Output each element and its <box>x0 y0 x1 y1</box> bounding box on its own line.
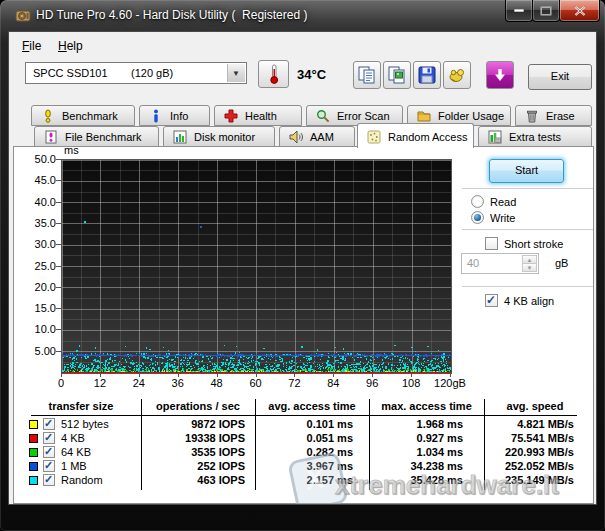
save-button[interactable] <box>413 61 441 89</box>
tab-extra-tests[interactable]: Extra tests <box>478 126 592 147</box>
separator <box>462 188 593 190</box>
y-tick-label: 5.00 <box>16 345 56 357</box>
x-tick-label: 120gB <box>430 377 470 389</box>
x-tick-label: 96 <box>352 377 392 389</box>
y-axis-unit: ms <box>64 144 79 156</box>
thermometer-icon <box>268 64 280 84</box>
max-value: 0.927 ms <box>369 432 463 444</box>
x-tick-label: 60 <box>236 377 276 389</box>
y-tick-label: 35.0 <box>16 217 56 229</box>
minimize-button[interactable] <box>505 0 533 22</box>
ops-value: 252 IOPS <box>141 460 245 472</box>
stroke-unit-label: gB <box>555 257 568 269</box>
erase-trash-icon <box>525 109 539 123</box>
copy-image-button[interactable] <box>383 61 411 89</box>
table-row: 64 KB3535 IOPS0.282 ms1.034 ms220.993 MB… <box>9 446 589 460</box>
tab-random-access[interactable]: Random Access <box>357 123 474 148</box>
series-checkbox[interactable] <box>43 418 55 430</box>
max-value: 1.034 ms <box>369 446 463 458</box>
ops-value: 463 IOPS <box>141 474 245 486</box>
transfer-size-label: Random <box>61 474 103 486</box>
4kb-align-checkbox[interactable] <box>485 294 498 307</box>
aam-speaker-icon <box>289 130 303 144</box>
drive-selector[interactable]: SPCC SSD101 (120 gB) ▼ <box>25 62 247 84</box>
ops-value: 3535 IOPS <box>141 446 245 458</box>
header-avg-access: avg. access time <box>255 400 369 414</box>
speed-value: 4.821 MB/s <box>484 418 574 430</box>
y-tick-label: 30.0 <box>16 238 56 250</box>
spinner-down-icon[interactable]: ▼ <box>522 263 537 272</box>
header-transfer-size: transfer size <box>21 400 141 414</box>
series-checkbox[interactable] <box>43 432 55 444</box>
chevron-down-icon[interactable]: ▼ <box>227 64 245 82</box>
x-tick-label: 72 <box>274 377 314 389</box>
x-tick-label: 12 <box>80 377 120 389</box>
download-button[interactable] <box>486 61 514 89</box>
y-tick-label: 10.0 <box>16 323 56 335</box>
menu-file[interactable]: File <box>17 37 46 55</box>
series-color-swatch <box>29 434 38 443</box>
series-color-swatch <box>29 476 38 485</box>
speed-value: 220.993 MB/s <box>484 446 574 458</box>
start-button[interactable]: Start <box>489 159 564 183</box>
temperature-button[interactable] <box>258 60 289 88</box>
y-tick-label: 20.0 <box>16 281 56 293</box>
copy-image-icon <box>388 66 406 84</box>
header-max-access: max. access time <box>369 400 484 414</box>
app-window: HD Tune Pro 4.60 - Hard Disk Utility ( R… <box>0 0 605 531</box>
drive-name: SPCC SSD101 <box>33 67 108 79</box>
tab-health[interactable]: Health <box>214 105 302 126</box>
temperature-value: 34°C <box>297 67 326 82</box>
transfer-size-label: 1 MB <box>61 460 87 472</box>
x-tick-label: 48 <box>197 377 237 389</box>
disk-monitor-icon <box>173 130 187 144</box>
copy-text-icon <box>358 66 376 84</box>
window-title: HD Tune Pro 4.60 - Hard Disk Utility ( R… <box>36 8 307 22</box>
stroke-size-spinner[interactable]: 40 ▲ ▼ <box>461 253 539 274</box>
file-benchmark-icon <box>44 130 58 144</box>
max-value: 1.968 ms <box>369 418 463 430</box>
stroke-size-value: 40 <box>467 257 479 269</box>
hand-button[interactable] <box>443 61 471 89</box>
table-row: 4 KB19338 IOPS0.051 ms0.927 ms75.541 MB/… <box>9 432 589 446</box>
tab-disk-monitor[interactable]: Disk monitor <box>163 126 275 147</box>
tab-info[interactable]: Info <box>139 105 210 126</box>
y-tick-label: 25.0 <box>16 260 56 272</box>
y-tick-label: 50.0 <box>16 153 56 165</box>
series-color-swatch <box>29 462 38 471</box>
transfer-size-label: 512 bytes <box>61 418 109 430</box>
short-stroke-label: Short stroke <box>504 238 563 250</box>
4kb-align-label: 4 KB align <box>504 295 554 307</box>
write-radio[interactable] <box>471 211 484 224</box>
extra-tests-icon <box>488 130 502 144</box>
series-color-swatch <box>29 420 38 429</box>
close-button[interactable] <box>559 0 600 22</box>
avg-value: 0.101 ms <box>255 418 353 430</box>
app-icon <box>15 8 31 24</box>
hand-icon <box>448 66 466 84</box>
transfer-size-label: 64 KB <box>61 446 91 458</box>
short-stroke-checkbox[interactable] <box>485 237 498 250</box>
titlebar[interactable]: HD Tune Pro 4.60 - Hard Disk Utility ( R… <box>0 0 605 31</box>
watermark-text: xtremehardware.it <box>335 470 559 501</box>
menu-help[interactable]: Help <box>53 37 88 55</box>
copy-text-button[interactable] <box>353 61 381 89</box>
separator <box>462 229 593 231</box>
header-avg-speed: avg. speed <box>484 400 586 414</box>
series-checkbox[interactable] <box>43 460 55 472</box>
x-tick-label: 108 <box>391 377 431 389</box>
tab-aam[interactable]: AAM <box>279 126 355 147</box>
maximize-button[interactable] <box>532 0 560 22</box>
download-arrow-icon <box>493 68 507 82</box>
x-tick-label: 84 <box>313 377 353 389</box>
tab-file-benchmark[interactable]: File Benchmark <box>34 126 159 147</box>
random-access-icon <box>367 130 381 144</box>
tab-benchmark[interactable]: Benchmark <box>31 105 135 126</box>
drive-capacity: (120 gB) <box>131 67 173 79</box>
series-checkbox[interactable] <box>43 446 55 458</box>
exit-button[interactable]: Exit <box>528 64 592 90</box>
series-checkbox[interactable] <box>43 474 55 486</box>
read-radio[interactable] <box>471 195 484 208</box>
benchmark-icon <box>41 109 55 123</box>
tab-erase[interactable]: Erase <box>515 105 592 126</box>
